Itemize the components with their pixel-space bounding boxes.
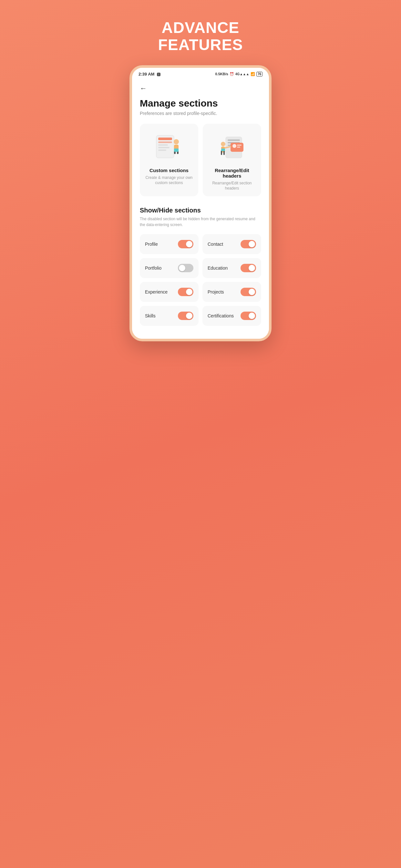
rearrange-illustration	[208, 129, 256, 164]
toggle-switch-education[interactable]	[241, 264, 256, 272]
svg-point-19	[221, 142, 225, 146]
svg-rect-17	[237, 145, 242, 146]
page-header: Manage sections Preferences are stored p…	[140, 98, 261, 116]
status-right: 0.5KB/s ⏰ 4G▲▲▲ 📶 76	[215, 72, 263, 76]
toggle-switch-skills[interactable]	[178, 312, 193, 320]
toggle-label-skills: Skills	[145, 313, 156, 318]
toggle-item-portfolio: Portfolio	[140, 258, 198, 278]
svg-rect-3	[158, 144, 168, 146]
page-subtitle: Preferences are stored profile-specific.	[140, 111, 261, 116]
show-hide-desc: The disabled section will be hidden from…	[140, 216, 261, 228]
svg-rect-5	[158, 150, 166, 151]
toggle-label-projects: Projects	[208, 289, 224, 294]
toggle-slider-portfolio	[178, 264, 193, 272]
svg-rect-18	[237, 147, 240, 148]
toggle-slider-skills	[178, 312, 193, 320]
svg-rect-21	[221, 151, 222, 155]
rearrange-desc: Rearrange/Edit section headers	[208, 181, 256, 191]
svg-rect-22	[223, 151, 225, 155]
toggles-grid: Profile Contact	[140, 234, 261, 326]
toggle-label-contact: Contact	[208, 242, 223, 247]
feature-cards-row: Custom sections Create & manage your own…	[140, 124, 261, 197]
toggle-switch-contact[interactable]	[241, 240, 256, 248]
toggle-switch-portfolio[interactable]	[178, 264, 193, 272]
network-icon: 4G▲▲▲	[235, 72, 249, 76]
custom-sections-desc: Create & manage your own custom sections	[145, 175, 193, 186]
toggle-item-profile: Profile	[140, 234, 198, 254]
phone-content: ← Manage sections Preferences are stored…	[132, 79, 269, 339]
toggle-switch-experience[interactable]	[178, 288, 193, 296]
hero-title-area: ADVANCE FEATURES	[158, 13, 243, 54]
wifi-icon: 📶	[251, 72, 255, 76]
toggle-slider-contact	[241, 240, 256, 248]
status-time: 2:39 AM ↑	[138, 72, 160, 76]
custom-sections-card[interactable]: Custom sections Create & manage your own…	[140, 124, 198, 197]
toggle-slider-experience	[178, 288, 193, 296]
toggle-label-certifications: Certifications	[208, 313, 234, 318]
toggle-item-certifications: Certifications	[203, 306, 261, 326]
toggle-item-projects: Projects	[203, 282, 261, 302]
svg-rect-2	[158, 142, 172, 143]
rearrange-title: Rearrange/Edit headers	[208, 167, 256, 179]
toggle-item-education: Education	[203, 258, 261, 278]
toggle-label-profile: Profile	[145, 242, 158, 247]
toggle-item-contact: Contact	[203, 234, 261, 254]
rearrange-card[interactable]: Rearrange/Edit headers Rearrange/Edit se…	[203, 124, 261, 197]
svg-rect-10	[174, 149, 179, 152]
svg-rect-23	[221, 149, 225, 151]
toggle-label-education: Education	[208, 266, 227, 271]
show-hide-section: Show/Hide sections The disabled section …	[140, 207, 261, 326]
custom-sections-illustration	[145, 129, 193, 164]
alarm-icon: ⏰	[229, 72, 234, 76]
toggle-slider-certifications	[241, 312, 256, 320]
toggle-slider-projects	[241, 288, 256, 296]
battery-indicator: 76	[256, 72, 263, 76]
toggle-switch-projects[interactable]	[241, 288, 256, 296]
status-bar: 2:39 AM ↑ 0.5KB/s ⏰ 4G▲▲▲ 📶 76	[132, 68, 269, 79]
custom-sections-title: Custom sections	[150, 167, 189, 173]
toggle-label-experience: Experience	[145, 289, 167, 294]
hero-title: ADVANCE FEATURES	[158, 20, 243, 54]
toggle-slider-education	[241, 264, 256, 272]
svg-rect-12	[227, 140, 240, 141]
outer-container: ADVANCE FEATURES 2:39 AM ↑ 0.5KB/s ⏰ 4G▲…	[123, 13, 278, 341]
toggle-switch-certifications[interactable]	[241, 312, 256, 320]
page-title: Manage sections	[140, 98, 261, 109]
toggle-switch-profile[interactable]	[178, 240, 193, 248]
toggle-item-experience: Experience	[140, 282, 198, 302]
back-button[interactable]: ←	[140, 84, 147, 93]
show-hide-title: Show/Hide sections	[140, 207, 261, 214]
svg-rect-15	[230, 143, 243, 152]
toggle-label-portfolio: Portfolio	[145, 266, 161, 271]
svg-point-6	[174, 139, 179, 144]
svg-point-16	[233, 144, 236, 148]
svg-rect-4	[158, 147, 169, 148]
toggle-slider-profile	[178, 240, 193, 248]
toggle-item-skills: Skills	[140, 306, 198, 326]
network-speed: 0.5KB/s	[215, 72, 228, 76]
svg-rect-1	[158, 137, 172, 140]
phone-frame: 2:39 AM ↑ 0.5KB/s ⏰ 4G▲▲▲ 📶 76 ← Manage …	[129, 65, 272, 342]
